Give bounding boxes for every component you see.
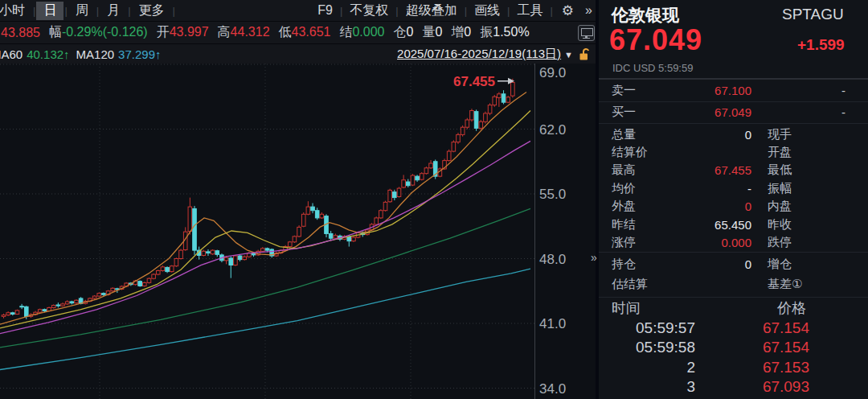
panel-collapse-handle[interactable]: » [591, 251, 597, 264]
tab-月[interactable]: 月 [100, 2, 127, 20]
candle-20 [92, 295, 96, 299]
row-label: 持仓 [612, 257, 663, 272]
row-value: 0 [663, 257, 751, 271]
candle-91 [416, 175, 420, 182]
chart-toolbar: 小时|日|周|月|更多| F9|不复权|超级叠加|画线|工具| ⚙ » 43.8… [0, 0, 599, 64]
gear-icon[interactable]: ⚙ [554, 2, 582, 19]
tick-rows: 05:59:5767.15405:59:5867.154267.153367.0… [599, 319, 868, 399]
tab-更多[interactable]: 更多 [132, 2, 172, 20]
action-画线[interactable]: 画线 [468, 2, 506, 20]
candle-33 [152, 274, 156, 279]
candle-83 [379, 209, 383, 219]
candle-99 [452, 140, 456, 152]
candle-41 [188, 198, 192, 235]
tab-周[interactable]: 周 [68, 2, 96, 20]
exchange-currency-time: IDC USD 5:59:59 [612, 62, 693, 74]
row-label-right: 基差① [768, 277, 802, 292]
y-axis-label: 55.0 [539, 187, 566, 202]
candle-84 [383, 201, 387, 212]
y-axis-label: 69.0 [539, 65, 566, 80]
dropdown-caret-icon[interactable]: ▼ [564, 50, 573, 60]
action-F9[interactable]: F9 [311, 2, 339, 19]
ask-row[interactable]: 卖一 67.100 - [599, 80, 868, 102]
quote-panel: 伦敦银现 SPTAGU 67.049 +1.599 IDC USD 5:59:5… [596, 0, 868, 399]
candle-11 [51, 304, 55, 308]
candle-57 [261, 247, 265, 252]
candle-36 [166, 266, 170, 273]
tick-price: 67.154 [695, 319, 809, 337]
price-header: 价格 [777, 298, 806, 318]
candle-15 [70, 301, 74, 305]
action-超级叠加[interactable]: 超级叠加 [399, 2, 464, 20]
candle-31 [143, 282, 147, 286]
unlock-icon[interactable] [578, 47, 591, 61]
candle-103 [470, 109, 474, 121]
ma-values: MA6040.132↑MA12037.299↑ [0, 47, 168, 61]
candle-46 [211, 249, 215, 255]
tick-time: 2 [599, 359, 695, 376]
y-axis-label: 62.0 [539, 122, 566, 138]
candle-14 [65, 300, 69, 305]
tick-row: 367.093 [599, 377, 868, 397]
candle-94 [429, 160, 433, 169]
y-axis-label: 48.0 [539, 252, 566, 267]
quote-row-总量: 总量0现手 [599, 125, 868, 143]
date-range-label[interactable]: 2025/07/16-2025/12/19(113日) [397, 47, 561, 62]
field-label: 幅 [49, 25, 62, 39]
tab-小时[interactable]: 小时 [0, 2, 32, 20]
quote-row-估结算: 估结算基差① [599, 274, 868, 294]
quote-field-量: 量0 [422, 24, 442, 41]
field-label: 低 [279, 25, 292, 39]
row-value: 0 [663, 128, 751, 142]
y-axis-label: 41.0 [539, 316, 566, 331]
candle-3 [15, 310, 19, 315]
date-range-control[interactable]: 2025/07/16-2025/12/19(113日) ▼ [397, 47, 599, 62]
candle-72 [329, 231, 333, 241]
row-label-right: 内盘 [768, 199, 792, 214]
tick-price: 67.093 [695, 378, 809, 396]
candle-65 [297, 225, 301, 237]
row-label: 结算价 [612, 145, 663, 160]
action-工具[interactable]: 工具 [510, 2, 549, 20]
candle-35 [161, 265, 165, 271]
candlestick-chart[interactable]: 69.062.055.048.041.034.067.455 [0, 64, 599, 399]
candle-98 [447, 150, 451, 162]
field-value: 43.885 [1, 26, 40, 39]
row-label-right: 跌停 [768, 235, 792, 250]
ma-fast-orange [0, 93, 526, 325]
bid-price[interactable]: 67.049 [661, 105, 751, 119]
floating-monitor-icon[interactable] [578, 25, 595, 41]
quote-field-price: 43.885 [1, 26, 40, 40]
bid-volume: - [751, 105, 868, 119]
candle-2 [11, 312, 15, 316]
row-label: 均价 [612, 181, 663, 196]
chart-canvas[interactable]: 69.062.055.048.041.034.067.455 [0, 64, 599, 399]
quote-row-持仓: 持仓0增仓 [599, 254, 868, 274]
candle-88 [402, 175, 406, 188]
candle-71 [325, 214, 329, 237]
quote-row-最高: 最高67.455最低 [599, 162, 868, 179]
candle-16 [75, 299, 79, 304]
field-value: 0 [435, 25, 442, 39]
ask-price[interactable]: 67.100 [661, 84, 751, 97]
candle-4 [20, 304, 24, 309]
candle-32 [147, 278, 151, 283]
tab-日[interactable]: 日 [36, 2, 63, 20]
field-value: 43.651 [292, 25, 331, 39]
candle-77 [352, 236, 356, 241]
candle-52 [238, 255, 242, 261]
field-value: 44.312 [231, 25, 270, 39]
candle-92 [420, 172, 424, 180]
bid-row[interactable]: 买一 67.049 - [599, 102, 868, 125]
quote-row-涨停: 涨停0.000跌停 [599, 233, 868, 251]
ma-indicator-MA120: MA12037.299↑ [76, 47, 162, 61]
candle-53 [243, 255, 247, 260]
candle-13 [61, 302, 65, 306]
row-label: 涨停 [612, 235, 663, 250]
separator: | [172, 5, 176, 17]
action-不复权[interactable]: 不复权 [343, 2, 395, 20]
quote-field-仓: 仓0 [394, 24, 414, 41]
row-label-right: 振幅 [768, 181, 792, 196]
quote-row-结算价: 结算价开盘 [599, 143, 868, 161]
row-label: 总量 [612, 127, 663, 142]
